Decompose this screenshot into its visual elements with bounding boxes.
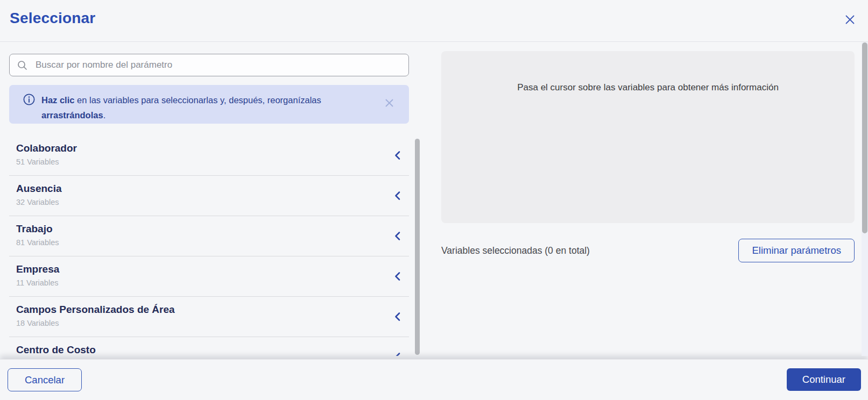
category-count: 18 Variables <box>16 319 409 327</box>
category-count: 81 Variables <box>16 238 409 247</box>
category-label: Colaborador <box>16 142 409 154</box>
category-label: Ausencia <box>16 183 409 195</box>
cancel-button[interactable]: Cancelar <box>8 368 82 391</box>
preview-hint: Pasa el cursor sobre las variables para … <box>441 82 855 93</box>
info-icon <box>23 94 35 105</box>
banner-close-button[interactable] <box>383 97 395 109</box>
chevron-left-icon[interactable] <box>394 232 400 241</box>
banner-text: Haz clic en las variables para seleccion… <box>41 92 321 123</box>
dialog-footer: Cancelar Continuar <box>0 359 868 400</box>
category-row-centro-de-costo[interactable]: Centro de Costo <box>9 337 409 356</box>
category-row-ausencia[interactable]: Ausencia 32 Variables <box>9 176 409 216</box>
category-label: Trabajo <box>16 223 409 235</box>
chevron-left-icon[interactable] <box>394 312 400 322</box>
info-banner: Haz clic en las variables para seleccion… <box>9 85 409 124</box>
chevron-left-icon[interactable] <box>394 353 400 356</box>
banner-bold-lead: Haz clic <box>41 95 74 105</box>
category-label: Empresa <box>16 263 409 275</box>
continue-button[interactable]: Continuar <box>787 368 861 391</box>
dialog-title: Seleccionar <box>10 10 95 27</box>
chevron-left-icon[interactable] <box>394 272 400 281</box>
banner-bold-line2: arrastrándolas <box>41 110 103 120</box>
chevron-left-icon[interactable] <box>394 151 400 160</box>
category-label: Campos Personalizados de Área <box>16 304 409 316</box>
preview-panel: Pasa el cursor sobre las variables para … <box>441 51 855 223</box>
category-label: Centro de Costo <box>16 344 409 356</box>
dialog-scrollbar-track[interactable] <box>862 42 868 356</box>
category-row-colaborador[interactable]: Colaborador 51 Variables <box>9 135 409 176</box>
category-row-trabajo[interactable]: Trabajo 81 Variables <box>9 216 409 256</box>
select-dialog: Seleccionar Haz clic en las variables pa… <box>0 0 868 400</box>
chevron-left-icon[interactable] <box>394 191 400 201</box>
banner-line-1: Haz clic en las variables para seleccion… <box>41 92 321 108</box>
list-scrollbar-thumb[interactable] <box>415 139 420 355</box>
search-box <box>9 54 409 76</box>
banner-line2-suffix: . <box>103 110 106 120</box>
category-count: 51 Variables <box>16 158 409 166</box>
banner-line-2: arrastrándolas. <box>41 108 321 123</box>
category-row-campos-personalizados[interactable]: Campos Personalizados de Área 18 Variabl… <box>9 297 409 337</box>
remove-parameters-button[interactable]: Eliminar parámetros <box>738 239 855 262</box>
search-icon <box>17 60 27 70</box>
selection-row: Variables seleccionadas (0 en total) Eli… <box>441 239 855 262</box>
close-icon <box>845 15 855 24</box>
selection-summary: Variables seleccionadas (0 en total) <box>441 245 590 256</box>
category-count: 11 Variables <box>16 278 409 287</box>
dialog-close-button[interactable] <box>843 13 856 26</box>
category-list: Colaborador 51 Variables Ausencia 32 Var… <box>9 135 409 356</box>
dialog-header: Seleccionar <box>0 0 868 42</box>
category-count: 32 Variables <box>16 198 409 206</box>
banner-line1-rest: en las variables para seleccionarlas y, … <box>74 95 321 105</box>
category-row-empresa[interactable]: Empresa 11 Variables <box>9 256 409 297</box>
dialog-scrollbar-thumb[interactable] <box>862 42 867 233</box>
banner-close-icon <box>385 99 393 107</box>
search-input[interactable] <box>34 59 401 71</box>
